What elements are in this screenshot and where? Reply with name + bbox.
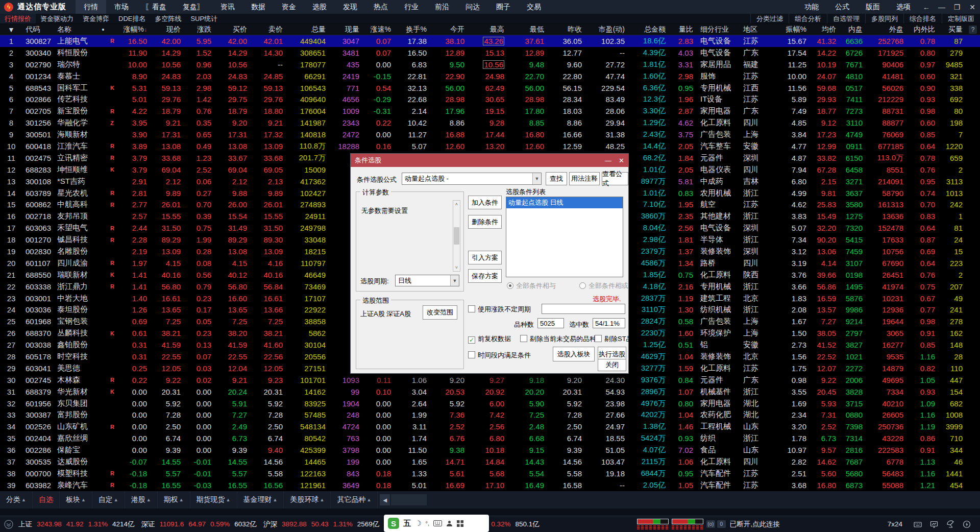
chevron-down-icon[interactable]: ▼ [450, 275, 459, 286]
index-上证[interactable]: 上证3243.9841.921.31%4214亿 [18, 520, 134, 529]
tray-power-icon[interactable] [963, 520, 971, 528]
col-header-wp[interactable]: 外盘 [867, 25, 908, 34]
col-header-prev[interactable]: 昨收 [548, 25, 586, 34]
scroll-down-icon[interactable]: ˅ [455, 265, 458, 270]
category-tab-其它品种[interactable]: 其它品种▲ [331, 491, 378, 509]
table-row-002404[interactable]: 35002404嘉欣丝绸0.006.740.006.736.7480542763… [0, 432, 980, 444]
tool-综合排名[interactable]: 综合排名 [903, 14, 942, 23]
menu-item-复盘〗[interactable]: 复盘〗 [175, 0, 212, 14]
condition-listbox[interactable]: 动量起点选股 日线 [506, 197, 623, 277]
col-header-ind[interactable]: 细分行业 [697, 25, 740, 34]
col-header-sell[interactable]: 卖价 [251, 25, 287, 34]
import-plan-button[interactable]: 引入方案 [468, 251, 502, 264]
save-plan-button[interactable]: 保存方案 [468, 269, 502, 283]
index-深证[interactable]: 深证11091.664.970.59%6032亿 [141, 520, 256, 529]
table-row-002745[interactable]: 30002745木林森R0.229.220.029.219.2310170110… [0, 374, 980, 386]
add-condition-button[interactable]: 加入条件 [468, 196, 502, 209]
subtab-多空阵线[interactable]: 多空阵线 [150, 14, 186, 23]
subtab-DDE排名[interactable]: DDE排名 [114, 14, 150, 23]
table-row-300501[interactable]: 9300501海顺新材3.9017.310.6517.3117.32140818… [0, 129, 980, 140]
col-header-amt[interactable]: 总金额 [629, 25, 670, 34]
delete-condition-button[interactable]: 删除条件 [468, 215, 502, 229]
menu-item-问达[interactable]: 问达 [457, 0, 488, 14]
usage-note-button[interactable]: 用法注释 [569, 172, 600, 185]
tdx-status-icon[interactable] [4, 520, 13, 529]
back-arrow-icon[interactable]: ← [919, 0, 934, 14]
table-row-000700[interactable]: 38000700模塑科技R-0.185.57-0.015.575.5812216… [0, 468, 980, 479]
table-row-300827[interactable]: 1300827上能电气R16.5042.005.9542.0042.014494… [0, 35, 980, 47]
toolbox-grid-icon[interactable] [457, 520, 463, 527]
pick-to-block-button[interactable]: 选股入板块 [553, 347, 595, 361]
period-combobox[interactable]: 日线 ▼ [395, 275, 459, 286]
menu-item-功能[interactable]: 功能 [796, 0, 827, 14]
table-row-002286[interactable]: 36002286保龄宝0.009.390.009.399.40425399379… [0, 444, 980, 456]
table-row-688379[interactable]: 31688379华光新材K0.0020.310.0020.2420.311416… [0, 386, 980, 398]
category-tab-分类[interactable]: 分类▲ [0, 491, 33, 509]
signal-badge[interactable]: (o) [706, 520, 715, 528]
unfixed-period-input[interactable] [542, 304, 625, 314]
col-header-high[interactable]: 最高 [469, 25, 508, 34]
minimize-icon[interactable]: — [934, 0, 949, 14]
radio-or[interactable]: 全部条件相或 [579, 281, 628, 291]
dialog-minimize-icon[interactable]: — [605, 157, 611, 164]
menu-item-数据[interactable]: 数据 [243, 0, 274, 14]
menu-item-〖看盘[interactable]: 〖看盘 [137, 0, 175, 14]
menu-item-选项[interactable]: 选项 [888, 0, 919, 14]
subtab-资金驱动力[interactable]: 资金驱动力 [36, 14, 78, 23]
category-tab-自选[interactable]: 自选 [33, 491, 60, 509]
tool-自选管理[interactable]: 自选管理 [827, 14, 865, 23]
close-icon[interactable]: ✕ [965, 0, 980, 14]
category-tab-期货现货[interactable]: 期货现货▲ [190, 491, 237, 509]
zero-badge[interactable]: 0 [717, 520, 726, 528]
condition-list-item[interactable]: 动量起点选股 日线 [506, 197, 623, 208]
table-row-300340[interactable]: 2300340科恒股份11.9014.291.5214.2914.3030865… [0, 47, 980, 59]
find-button[interactable]: 查找 [546, 172, 567, 185]
table-row-300387[interactable]: 33300387富邦股份0.007.280.007.277.2857485248… [0, 409, 980, 421]
col-header-ratio[interactable]: 内外比 [908, 25, 939, 34]
table-row-300535[interactable]: 37300535达威股份-0.0714.55-0.0114.5514.56144… [0, 456, 980, 468]
table-row-002790[interactable]: 3002790瑞尔特10.0010.560.9610.56--178077435… [0, 59, 980, 70]
keyboard-icon[interactable] [433, 520, 442, 526]
dialog-title-bar[interactable]: 条件选股 — ✕ [351, 154, 628, 167]
radio-and[interactable]: 全部条件相与 [507, 281, 556, 291]
radio-on-icon[interactable] [507, 282, 513, 289]
table-row-601956[interactable]: 32601956东贝集团0.005.920.005.915.9283925190… [0, 398, 980, 409]
menu-item-行业[interactable]: 行业 [396, 0, 427, 14]
menu-item-发现[interactable]: 发现 [335, 0, 365, 14]
col-header-low[interactable]: 最低 [508, 25, 548, 34]
tool-组合分析[interactable]: 组合分析 [789, 14, 827, 23]
col-header-zf[interactable]: 涨幅%↓ [119, 25, 151, 34]
subtab-行情报价[interactable]: 行情报价 [0, 14, 36, 23]
tray-keyboard-icon[interactable] [914, 520, 922, 528]
category-tab-板块[interactable]: 板块▲ [60, 491, 92, 509]
checkbox-icon[interactable] [595, 335, 602, 342]
category-tab-期权[interactable]: 期权▲ [158, 491, 190, 509]
col-header-bl[interactable]: 买量 [939, 25, 967, 34]
category-tab-自定[interactable]: 自定▲ [92, 491, 125, 509]
table-row-001234[interactable]: 4001234泰慕士8.9024.832.0324.8324.856629124… [0, 70, 980, 82]
tray-monitor-icon[interactable] [930, 520, 938, 528]
punctuation-icon[interactable]: °, [426, 520, 429, 526]
connection-status[interactable]: 已断开,点此连接 [730, 520, 780, 529]
table-row-002705[interactable]: 7002705新宝股份R4.2218.790.7618.7918.8017600… [0, 105, 980, 117]
ime-mode[interactable]: 五 [403, 519, 411, 528]
col-header-cur[interactable]: 现量 [330, 25, 363, 34]
chevron-down-icon[interactable]: ▼ [532, 173, 541, 184]
menu-item-公式[interactable]: 公式 [827, 0, 857, 14]
moon-icon[interactable]: ☽ [415, 519, 422, 527]
checkbox-unfixed-period[interactable]: 使用涨跌不定周期 [468, 305, 531, 314]
col-header-buy[interactable]: 买价 [215, 25, 251, 34]
menu-item-前沿[interactable]: 前沿 [427, 0, 457, 14]
menu-item-热点[interactable]: 热点 [365, 0, 396, 14]
checkbox-checked-icon[interactable]: ✓ [468, 336, 475, 344]
ime-bar[interactable]: S 五 ☽ °, [384, 515, 489, 532]
col-header-lb[interactable]: 量比 [670, 25, 697, 34]
table-row-002526[interactable]: 34002526山东矿机R0.002.500.002.492.505481344… [0, 421, 980, 432]
tool-分类过滤[interactable]: 分类过滤 [750, 14, 789, 23]
subtab-SUP统计[interactable]: SUP统计 [186, 14, 222, 23]
menu-item-资讯[interactable]: 资讯 [212, 0, 243, 14]
heat-panel[interactable] [637, 519, 669, 529]
index-沪深[interactable]: 沪深3892.8850.431.31%2569亿 [263, 520, 379, 529]
dialog-close-icon[interactable]: ✕ [619, 157, 624, 164]
radio-off-icon[interactable] [579, 282, 586, 289]
